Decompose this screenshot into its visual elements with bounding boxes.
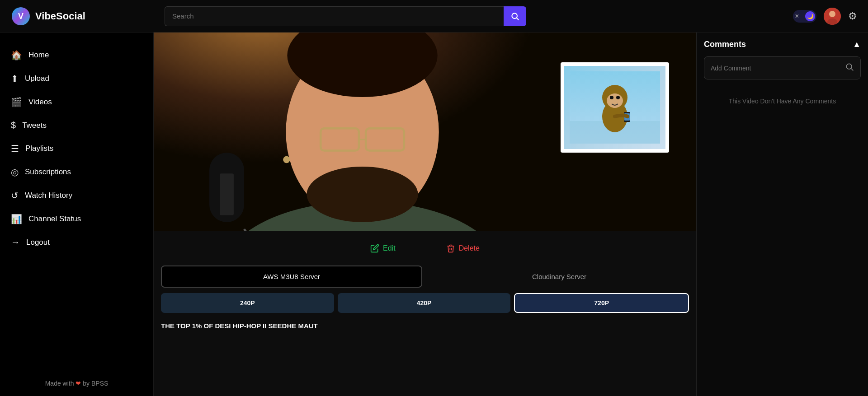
logout-icon: → — [11, 237, 20, 247]
svg-point-5 — [829, 11, 835, 17]
subscriptions-icon: ◎ — [11, 167, 19, 177]
svg-point-26 — [616, 96, 620, 99]
send-icon — [845, 62, 854, 71]
sidebar-footer: Made with ❤ by BPSS — [0, 371, 153, 396]
comments-title: Comments — [704, 40, 746, 49]
monkey-image — [561, 62, 669, 153]
video-actions: Edit Delete — [154, 231, 696, 266]
sidebar-item-videos[interactable]: 🎬 Videos — [0, 90, 153, 114]
upload-icon: ⬆ — [11, 73, 19, 84]
sidebar-item-playlists[interactable]: ☰ Playlists — [0, 137, 153, 160]
monkey-svg — [570, 71, 660, 144]
videos-icon: 🎬 — [11, 97, 22, 107]
theme-toggle[interactable]: ☀ 🌙 — [793, 10, 816, 23]
svg-rect-16 — [220, 173, 234, 215]
quality-420-button[interactable]: 420P — [338, 293, 511, 313]
quality-240-button[interactable]: 240P — [161, 293, 334, 313]
search-icon — [510, 12, 519, 21]
sidebar-item-watch-history[interactable]: ↺ Watch History — [0, 184, 153, 207]
sidebar-item-tweets[interactable]: $ Tweets — [0, 114, 153, 137]
logo-icon: V — [11, 6, 31, 26]
search-input[interactable] — [165, 6, 504, 26]
logo-area: V VibeSocial — [11, 6, 165, 26]
delete-button[interactable]: Delete — [439, 240, 487, 256]
search-button[interactable] — [504, 6, 526, 26]
server-buttons: AWS M3U8 Server Cloudinary Server — [154, 266, 696, 293]
send-comment-button[interactable] — [845, 62, 854, 74]
svg-text:V: V — [18, 12, 24, 21]
aws-server-button[interactable]: AWS M3U8 Server — [161, 266, 422, 288]
sidebar-item-logout[interactable]: → Logout — [0, 231, 153, 254]
svg-point-24 — [607, 93, 623, 108]
video-title: THE TOP 1% OF DESI HIP-HOP II SEEDHE MAU… — [154, 318, 696, 333]
sidebar-item-home[interactable]: 🏠 Home — [0, 43, 153, 67]
app-name: VibeSocial — [35, 10, 85, 22]
main-layout: 🏠 Home ⬆ Upload 🎬 Videos $ Tweets ☰ Play… — [0, 33, 868, 396]
svg-point-25 — [610, 96, 613, 99]
comment-input[interactable] — [711, 65, 840, 72]
settings-icon[interactable]: ⚙ — [848, 10, 857, 22]
no-comments-message: This Video Don't Have Any Comments — [704, 98, 861, 105]
add-comment-area — [704, 56, 861, 79]
avatar[interactable] — [824, 8, 841, 25]
cloudinary-server-button[interactable]: Cloudinary Server — [429, 266, 689, 288]
header-right: ☀ 🌙 ⚙ — [793, 8, 857, 25]
search-area — [165, 6, 526, 26]
sidebar-nav: 🏠 Home ⬆ Upload 🎬 Videos $ Tweets ☰ Play… — [0, 43, 153, 254]
toggle-knob: 🌙 — [805, 11, 815, 21]
content-area: Edit Delete AWS M3U8 Server Cloudinary — [154, 33, 696, 396]
video-container: Edit Delete AWS M3U8 Server Cloudinary — [154, 33, 696, 333]
edit-button[interactable]: Edit — [363, 240, 403, 256]
watch-history-icon: ↺ — [11, 190, 19, 201]
home-icon: 🏠 — [11, 50, 22, 61]
edit-icon — [370, 244, 379, 253]
svg-point-14 — [307, 167, 418, 222]
playlists-icon: ☰ — [11, 143, 19, 154]
channel-status-icon: 📊 — [11, 214, 22, 224]
video-player[interactable] — [154, 33, 696, 231]
comments-panel: Comments ▲ This Video Don't Have Any Com… — [696, 33, 868, 396]
quality-720-button[interactable]: 720P — [514, 293, 689, 313]
quality-buttons: 240P 420P 720P — [154, 293, 696, 318]
sidebar-item-upload[interactable]: ⬆ Upload — [0, 67, 153, 90]
heart-icon: ❤ — [75, 380, 81, 387]
svg-line-30 — [851, 69, 854, 71]
svg-line-3 — [517, 18, 519, 20]
svg-point-2 — [512, 13, 517, 19]
svg-point-29 — [846, 64, 852, 69]
sidebar-item-channel-status[interactable]: 📊 Channel Status — [0, 207, 153, 231]
tweets-icon: $ — [11, 120, 16, 130]
sidebar: 🏠 Home ⬆ Upload 🎬 Videos $ Tweets ☰ Play… — [0, 33, 154, 396]
delete-icon — [446, 244, 455, 253]
svg-point-19 — [283, 156, 290, 163]
header: V VibeSocial ☀ 🌙 ⚙ — [0, 0, 868, 33]
sidebar-item-subscriptions[interactable]: ◎ Subscriptions — [0, 160, 153, 184]
collapse-comments-button[interactable]: ▲ — [853, 40, 861, 49]
comments-header: Comments ▲ — [704, 40, 861, 49]
avatar-image — [824, 8, 841, 25]
